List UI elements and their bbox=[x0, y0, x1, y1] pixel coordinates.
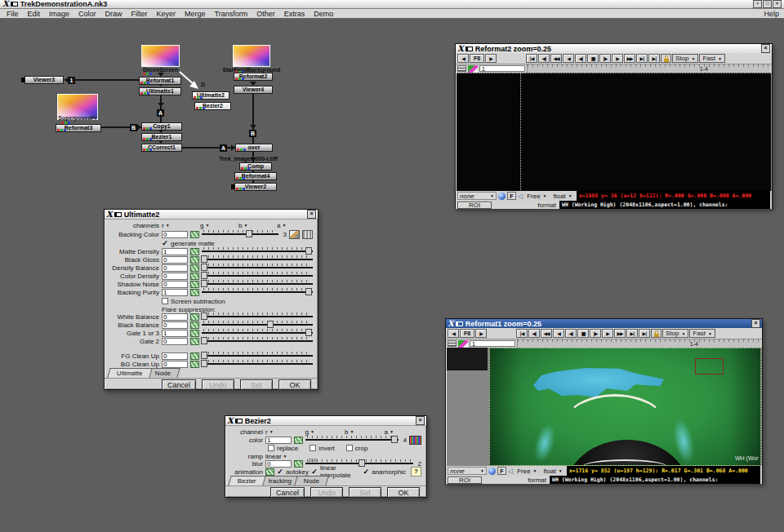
speed-select[interactable]: Fast▼ bbox=[699, 54, 725, 63]
step-back-button[interactable]: ◀| bbox=[565, 329, 577, 338]
prev-view-button[interactable]: ◀ bbox=[448, 329, 459, 338]
help-button[interactable]: ? bbox=[411, 467, 421, 477]
play-button[interactable]: ▶ bbox=[602, 329, 613, 338]
next-view-button[interactable]: ▶ bbox=[485, 54, 497, 63]
checkbox-anamorphic[interactable]: ✓ bbox=[363, 468, 369, 476]
rewind-button[interactable]: ◀◀ bbox=[550, 54, 562, 63]
full-res-button[interactable]: F bbox=[497, 467, 506, 475]
node-reformat1[interactable]: Reformat1 bbox=[139, 77, 181, 85]
zoom-mode-select[interactable]: Free▼ bbox=[524, 192, 549, 201]
go-start-button[interactable]: |◀ bbox=[516, 329, 528, 338]
close-icon[interactable]: × bbox=[416, 416, 425, 425]
step-back-button[interactable]: ◀| bbox=[575, 54, 586, 63]
slider-handle[interactable] bbox=[267, 321, 274, 328]
close-icon[interactable]: × bbox=[751, 319, 760, 328]
animation-menu-icon[interactable] bbox=[190, 248, 199, 255]
slider-handle[interactable] bbox=[201, 272, 207, 279]
param-slider[interactable] bbox=[202, 264, 313, 272]
undo-button[interactable]: Undo bbox=[202, 379, 234, 390]
roi-button[interactable]: ROI bbox=[457, 202, 492, 209]
timeline-ruler[interactable]: 1-4 bbox=[527, 64, 770, 73]
channel-select-g[interactable]: g▼ bbox=[305, 428, 343, 436]
node-bezier1[interactable]: Bezier1 bbox=[141, 133, 182, 141]
undo-button[interactable]: Undo bbox=[310, 487, 343, 498]
channel-select-r[interactable]: r▼ bbox=[162, 222, 198, 229]
frame-input[interactable] bbox=[470, 340, 515, 347]
animation-menu-icon[interactable] bbox=[190, 321, 199, 329]
animation-menu-icon[interactable] bbox=[190, 273, 199, 280]
lut-select[interactable]: none▼ bbox=[448, 467, 487, 475]
checkbox-replace[interactable] bbox=[268, 445, 274, 451]
next-key-button[interactable]: ▶| bbox=[636, 54, 648, 63]
grid-icon[interactable] bbox=[409, 436, 421, 445]
rewind-button[interactable]: ◀◀ bbox=[541, 329, 552, 338]
go-end-button[interactable]: ▶| bbox=[639, 329, 650, 338]
slider-handle[interactable] bbox=[201, 352, 207, 359]
fast-forward-button[interactable]: ▶▶ bbox=[614, 329, 626, 338]
param-value-input[interactable] bbox=[265, 437, 292, 444]
grid-icon[interactable] bbox=[448, 340, 457, 347]
go-start-button[interactable]: |◀ bbox=[526, 54, 537, 63]
slider-handle[interactable] bbox=[305, 329, 312, 336]
playback-mode-select[interactable]: Stop▼ bbox=[662, 329, 688, 338]
param-value-input[interactable] bbox=[162, 361, 188, 368]
animation-menu-icon[interactable] bbox=[190, 330, 199, 337]
node-reformat2[interactable]: Reformat2 bbox=[234, 73, 273, 81]
param-value-input[interactable] bbox=[162, 231, 188, 238]
roi-rectangle[interactable] bbox=[695, 358, 724, 375]
animation-menu-icon[interactable] bbox=[190, 352, 199, 360]
param-value-input[interactable] bbox=[162, 313, 188, 321]
lock-icon[interactable] bbox=[661, 54, 671, 63]
node-thumbnail-greenscreen[interactable] bbox=[141, 45, 180, 67]
compare-icon[interactable]: ◁ bbox=[508, 468, 513, 475]
animation-menu-icon[interactable] bbox=[190, 256, 199, 264]
timeline-ruler[interactable]: 1-4 bbox=[517, 339, 760, 348]
slider-handle[interactable] bbox=[246, 230, 252, 237]
node-ccorrect1[interactable]: CCorrect1 bbox=[141, 144, 182, 152]
grid-icon[interactable] bbox=[457, 65, 466, 72]
channels-icon[interactable] bbox=[458, 340, 468, 348]
slider-handle[interactable] bbox=[305, 247, 312, 255]
param-value-input[interactable] bbox=[265, 460, 292, 468]
tab-bezier[interactable]: Bezier bbox=[228, 476, 265, 485]
go-end-button[interactable]: ▶| bbox=[648, 54, 660, 63]
node-over[interactable]: over bbox=[235, 144, 273, 152]
display-gamma-icon[interactable] bbox=[498, 193, 506, 200]
frame-input[interactable] bbox=[479, 65, 525, 72]
set-button[interactable]: Set bbox=[240, 379, 273, 390]
param-value-input[interactable] bbox=[162, 248, 188, 255]
ok-button[interactable]: OK bbox=[278, 379, 311, 390]
compare-icon[interactable]: ◁ bbox=[518, 193, 523, 200]
channel-select-g[interactable]: g▼ bbox=[200, 222, 236, 229]
node-reformat3[interactable]: Reformat3 bbox=[56, 124, 101, 132]
tab-ultimatte[interactable]: Ultimatte bbox=[107, 368, 152, 378]
param-slider[interactable] bbox=[202, 272, 313, 280]
node-reformat4[interactable]: Reformat4 bbox=[234, 172, 277, 180]
full-res-button[interactable]: F bbox=[507, 192, 516, 200]
prev-view-button[interactable]: ◀ bbox=[457, 54, 469, 63]
roi-button[interactable]: ROI bbox=[448, 477, 482, 484]
animation-menu-icon[interactable] bbox=[190, 338, 199, 345]
slider-handle[interactable] bbox=[391, 436, 398, 443]
lut-select[interactable]: none▼ bbox=[457, 192, 497, 200]
param-slider[interactable] bbox=[202, 280, 313, 288]
color-picker-icon[interactable] bbox=[289, 230, 300, 239]
playback-mode-select[interactable]: Stop▼ bbox=[672, 54, 698, 63]
animation-menu-icon[interactable] bbox=[265, 468, 274, 476]
depth-select[interactable]: float▼ bbox=[541, 467, 565, 476]
param-value-input[interactable] bbox=[162, 289, 188, 296]
step-forward-button[interactable]: |▶ bbox=[590, 329, 601, 338]
node-bezier2[interactable]: Bezier2 bbox=[194, 102, 231, 110]
param-value-input[interactable] bbox=[162, 273, 188, 280]
param-slider[interactable] bbox=[202, 230, 278, 238]
param-slider[interactable] bbox=[202, 255, 313, 264]
tab-node[interactable]: Node bbox=[294, 476, 329, 485]
param-value-input[interactable] bbox=[162, 330, 188, 337]
prev-frame-button[interactable]: ◀ bbox=[563, 54, 574, 63]
node-comp[interactable]: Comp bbox=[239, 162, 272, 171]
display-gamma-icon[interactable] bbox=[488, 468, 496, 475]
animation-menu-icon[interactable] bbox=[190, 231, 199, 238]
grid-icon[interactable] bbox=[302, 230, 313, 239]
slider-handle[interactable] bbox=[201, 264, 207, 271]
slider-handle[interactable] bbox=[201, 313, 207, 320]
